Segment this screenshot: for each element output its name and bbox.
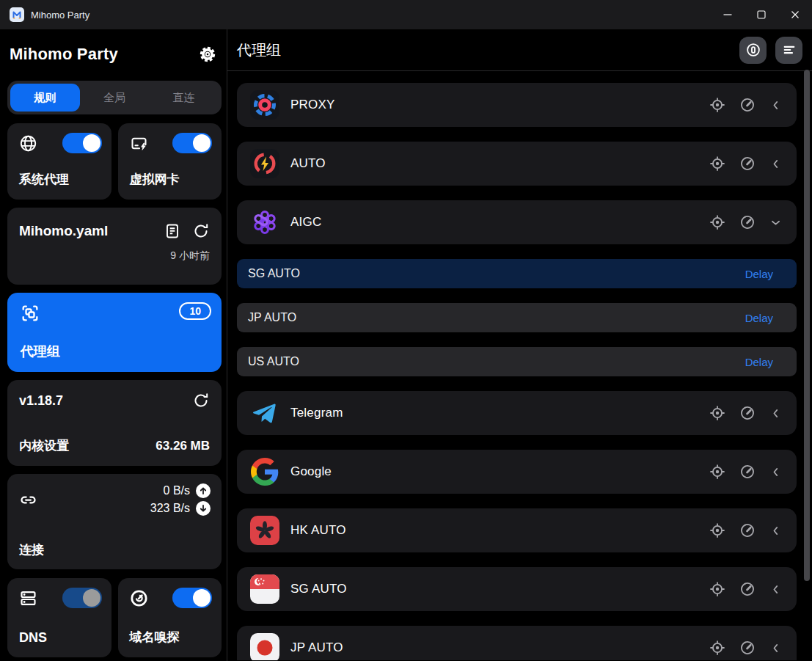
chevron-left-icon xyxy=(769,525,782,537)
dns-card[interactable]: DNS xyxy=(7,578,111,657)
crosshair-icon xyxy=(709,464,725,480)
system-proxy-card[interactable]: 系统代理 xyxy=(7,123,111,200)
circled-zero-icon xyxy=(745,42,761,58)
group-name: HK AUTO xyxy=(290,523,709,538)
delay-test-button[interactable] xyxy=(739,464,756,480)
tun-card[interactable]: 虚拟网卡 xyxy=(118,123,222,200)
group-row-telegram[interactable]: Telegram xyxy=(237,391,797,435)
group-row-hk-auto[interactable]: HK AUTO xyxy=(237,508,797,552)
tab-global-mode[interactable]: 全局 xyxy=(80,84,150,112)
delay-label[interactable]: Delay xyxy=(745,356,773,368)
sort-button[interactable] xyxy=(775,37,802,64)
delay-test-button[interactable] xyxy=(739,156,756,172)
group-row-aigc[interactable]: AIGC xyxy=(237,200,797,244)
server-stack-icon xyxy=(18,588,38,611)
profile-updated-time: 9 小时前 xyxy=(19,249,210,263)
core-settings-label: 内核设置 xyxy=(19,437,69,454)
proxy-item-name: JP AUTO xyxy=(248,311,296,324)
proxy-item-sg-auto[interactable]: SG AUTO Delay xyxy=(237,259,797,288)
document-icon xyxy=(164,222,181,240)
download-speed: 323 B/s xyxy=(150,502,190,515)
profile-card[interactable]: Mihomo.yaml 9 小时前 xyxy=(7,208,222,285)
page-title: 代理组 xyxy=(237,40,281,60)
maximize-button[interactable] xyxy=(745,0,778,29)
core-settings-card[interactable]: v1.18.7 内核设置 63.26 MB xyxy=(7,380,222,466)
speedometer-icon xyxy=(739,464,756,480)
window-title: Mihomo Party xyxy=(31,10,89,21)
edit-profile-button[interactable] xyxy=(164,222,181,240)
minimize-button[interactable] xyxy=(711,0,745,29)
delay-test-button[interactable] xyxy=(739,97,756,113)
delay-test-button[interactable] xyxy=(739,214,756,230)
globe-icon xyxy=(18,134,38,156)
scrollbar[interactable] xyxy=(804,70,810,581)
expand-toggle[interactable] xyxy=(769,158,782,170)
delay-test-button[interactable] xyxy=(739,581,756,597)
hk-flag-icon xyxy=(250,516,279,545)
group-row-sg-auto[interactable]: SG AUTO xyxy=(237,567,797,611)
locate-node-button[interactable] xyxy=(709,464,725,480)
delay-test-button[interactable] xyxy=(739,405,756,421)
chevron-left-icon xyxy=(769,99,782,112)
locate-node-button[interactable] xyxy=(709,581,725,597)
proxy-item-jp-auto[interactable]: JP AUTO Delay xyxy=(237,303,797,332)
main-panel: 代理组 PROXY xyxy=(227,29,812,661)
connections-card[interactable]: 0 B/s 323 B/s 连接 xyxy=(7,474,222,569)
close-button[interactable] xyxy=(778,0,812,29)
delay-label[interactable]: Delay xyxy=(745,268,773,280)
group-name: AIGC xyxy=(290,215,709,230)
system-proxy-toggle[interactable] xyxy=(62,133,102,153)
locate-node-button[interactable] xyxy=(709,640,725,656)
locate-node-button[interactable] xyxy=(709,156,725,172)
expand-toggle[interactable] xyxy=(769,583,782,596)
chevron-left-icon xyxy=(769,158,782,170)
profile-name: Mihomo.yaml xyxy=(19,223,108,239)
locate-node-button[interactable] xyxy=(709,214,725,230)
expand-toggle[interactable] xyxy=(769,99,782,112)
crosshair-icon xyxy=(709,156,725,172)
virtual-nic-icon xyxy=(129,134,149,156)
group-row-auto[interactable]: AUTO xyxy=(237,142,797,186)
proxy-groups-count-badge: 10 xyxy=(179,302,211,320)
hide-zero-traffic-button[interactable] xyxy=(739,37,767,64)
group-row-proxy[interactable]: PROXY xyxy=(237,83,797,127)
expand-toggle[interactable] xyxy=(769,407,782,420)
chevron-left-icon xyxy=(769,466,782,478)
sidebar: Mihomo Party 规则 全局 直连 系统代理 xyxy=(0,29,227,661)
group-row-jp-auto[interactable]: JP AUTO xyxy=(237,626,797,660)
dns-toggle[interactable] xyxy=(62,588,102,608)
expand-toggle[interactable] xyxy=(769,525,782,537)
upload-speed: 0 B/s xyxy=(164,484,190,497)
crosshair-icon xyxy=(709,640,725,656)
update-profile-button[interactable] xyxy=(192,222,210,240)
crosshair-icon xyxy=(709,522,725,538)
tab-direct-mode[interactable]: 直连 xyxy=(149,84,219,112)
group-row-google[interactable]: Google xyxy=(237,450,797,494)
proxy-item-us-auto[interactable]: US AUTO Delay xyxy=(237,347,797,376)
chevron-left-icon xyxy=(769,642,782,654)
settings-button[interactable] xyxy=(197,43,219,65)
chevron-down-icon xyxy=(769,216,782,229)
download-arrow-icon xyxy=(196,501,211,516)
sniff-toggle[interactable] xyxy=(172,588,212,608)
sniffer-icon xyxy=(129,588,149,611)
sniff-card[interactable]: 域名嗅探 xyxy=(118,578,222,657)
sg-flag-icon xyxy=(250,574,279,604)
delay-label[interactable]: Delay xyxy=(745,312,773,324)
collapse-toggle[interactable] xyxy=(769,216,782,229)
crosshair-icon xyxy=(709,97,725,113)
delay-test-button[interactable] xyxy=(739,640,756,656)
locate-node-button[interactable] xyxy=(709,405,725,421)
tab-rule-mode[interactable]: 规则 xyxy=(10,84,80,112)
locate-node-button[interactable] xyxy=(709,97,725,113)
expand-toggle[interactable] xyxy=(769,466,782,478)
proxy-groups-card-active[interactable]: 10 代理组 xyxy=(7,293,222,372)
proxy-group-icon xyxy=(20,303,40,326)
group-name: JP AUTO xyxy=(290,640,709,655)
sniff-label: 域名嗅探 xyxy=(130,629,180,646)
expand-toggle[interactable] xyxy=(769,642,782,654)
tun-toggle[interactable] xyxy=(172,133,212,153)
locate-node-button[interactable] xyxy=(709,522,725,538)
delay-test-button[interactable] xyxy=(739,522,756,538)
restart-core-button[interactable] xyxy=(192,392,210,409)
